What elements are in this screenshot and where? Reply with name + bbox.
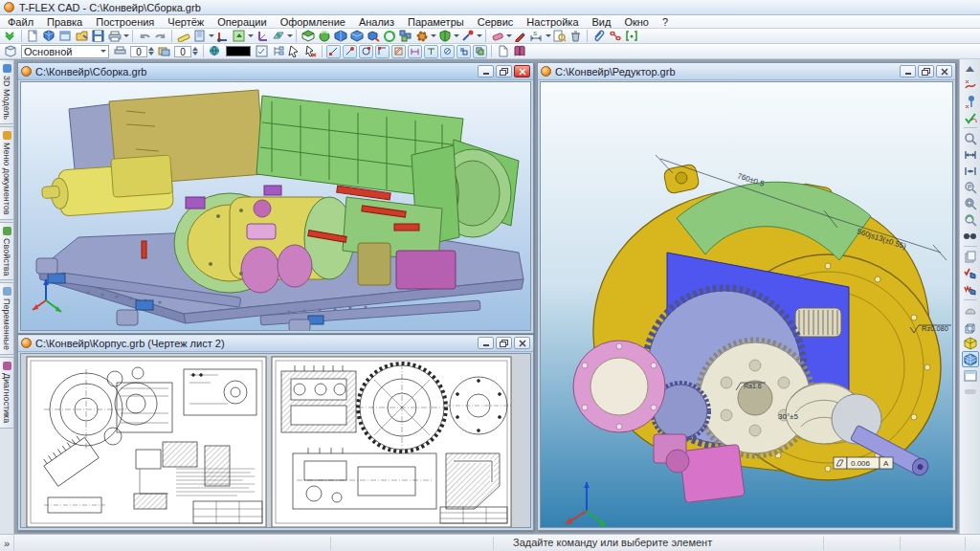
window-reducer[interactable]: C:\Конвейр\Редуктор.grb: [537, 62, 956, 531]
current-color-swatch[interactable]: [226, 46, 251, 56]
menu-window[interactable]: Окно: [624, 16, 649, 28]
app-titlebar[interactable]: T-FLEX CAD - C:\Конвейр\Сборка.grb: [0, 0, 980, 15]
auto-dimension-icon[interactable]: S: [528, 29, 545, 43]
drawing-viewport[interactable]: [20, 353, 531, 528]
menu-help[interactable]: ?: [662, 16, 668, 28]
operation-gear-icon[interactable]: [413, 29, 430, 43]
select-arrow-icon[interactable]: [286, 44, 302, 58]
menu-analysis[interactable]: Анализ: [359, 16, 394, 28]
attachment-icon[interactable]: [590, 29, 607, 43]
document-preview-icon[interactable]: [551, 29, 568, 43]
coordinate-system-icon[interactable]: [214, 29, 231, 43]
reducer-viewport[interactable]: 760±0.5 560js13(±0.55) Rz0.080 Ra1.6 30°…: [540, 81, 953, 528]
zoom-page-icon[interactable]: P: [962, 179, 979, 195]
shaded-view-icon[interactable]: [962, 335, 979, 351]
filter-node-button[interactable]: [326, 45, 341, 58]
menu-file[interactable]: Файл: [8, 16, 33, 28]
layer-number-value[interactable]: 0: [174, 46, 191, 57]
menu-settings[interactable]: Настройка: [526, 16, 578, 28]
close-button[interactable]: [936, 65, 952, 77]
regenerate-window-icon[interactable]: [962, 281, 979, 298]
filter-contour-button[interactable]: [375, 45, 390, 58]
filter-copy-button[interactable]: [473, 45, 487, 58]
workplane-icon[interactable]: [270, 29, 286, 43]
operation-boolean-add-icon[interactable]: [332, 29, 348, 43]
filter-dimension-button[interactable]: [408, 45, 422, 58]
new-document-icon[interactable]: [25, 29, 41, 43]
local-axes-icon[interactable]: [254, 29, 270, 43]
scroll-up-icon[interactable]: [962, 60, 979, 77]
menu-decoration[interactable]: Оформление: [280, 16, 345, 28]
minimize-button[interactable]: [478, 65, 494, 77]
tab-diagnostics[interactable]: Диагностика: [0, 357, 14, 428]
frame-3d-icon[interactable]: [623, 29, 639, 43]
document-book-icon[interactable]: [511, 44, 527, 58]
checkbox-grid-icon[interactable]: [254, 44, 270, 58]
operation-tool-icon[interactable]: [459, 29, 476, 43]
open-window-icon[interactable]: [57, 29, 74, 43]
regenerate-model-icon[interactable]: [962, 265, 979, 281]
filter-hatch-button[interactable]: [391, 45, 406, 58]
window-drawing[interactable]: C:\Конвейр\Корпус.grb (Чертеж лист 2): [17, 334, 534, 531]
print-count-value[interactable]: 0: [130, 46, 147, 57]
wireframe-view-icon[interactable]: [962, 319, 979, 335]
window-reducer-titlebar[interactable]: C:\Конвейр\Редуктор.grb: [538, 63, 955, 80]
undo-icon[interactable]: [136, 29, 152, 43]
open-folder-icon[interactable]: [74, 29, 90, 43]
zoom-dynamic-icon[interactable]: [962, 211, 979, 228]
view-glasses-icon[interactable]: [962, 228, 979, 244]
operation-rotation-icon[interactable]: [316, 29, 332, 43]
menu-view[interactable]: Вид: [592, 16, 612, 28]
collapse-toolbar-icon[interactable]: [2, 29, 18, 43]
filter-fragment-button[interactable]: [457, 45, 471, 58]
layer-number-spinner[interactable]: 0: [174, 44, 198, 58]
operation-move-icon[interactable]: [365, 29, 381, 43]
menu-draw[interactable]: Чертёж: [167, 16, 204, 28]
eraser-icon[interactable]: [489, 29, 505, 43]
tab-3d-model[interactable]: 3D Модель: [0, 59, 14, 124]
window-select-icon[interactable]: [962, 367, 979, 384]
operation-copy-icon[interactable]: [381, 29, 397, 43]
filter-symbol-button[interactable]: [440, 45, 455, 58]
window-drawing-titlebar[interactable]: C:\Конвейр\Корпус.grb (Чертеж лист 2): [18, 335, 533, 352]
fit-width-icon[interactable]: [962, 146, 979, 163]
minimize-button[interactable]: [478, 337, 494, 349]
page-3d-icon[interactable]: [231, 29, 247, 43]
filter-circle-button[interactable]: [359, 45, 373, 58]
window-assembly-titlebar[interactable]: C:\Конвейр\Сборка.grb: [18, 63, 533, 80]
zoom-icon[interactable]: [962, 130, 979, 146]
measure-icon[interactable]: [175, 29, 191, 43]
external-links-icon[interactable]: [607, 29, 623, 43]
close-button[interactable]: [514, 337, 530, 349]
menu-constructions[interactable]: Построения: [96, 16, 154, 28]
edit-red-pencil-icon[interactable]: [512, 29, 528, 43]
layer-combobox[interactable]: Основной: [21, 45, 109, 58]
operation-array-icon[interactable]: [397, 29, 413, 43]
print-icon[interactable]: [106, 29, 122, 43]
operation-extrusion-icon[interactable]: [300, 29, 316, 43]
notebook-icon[interactable]: [191, 29, 208, 43]
statusbar-overflow-chevron[interactable]: »: [0, 535, 14, 551]
auto-dimension-icon[interactable]: [962, 77, 979, 93]
restore-button[interactable]: [918, 65, 934, 77]
shading-off-icon[interactable]: [962, 302, 979, 319]
menu-edit[interactable]: Правка: [47, 16, 82, 28]
model-tree-icon[interactable]: [270, 44, 286, 58]
zoom-window-icon[interactable]: [962, 195, 979, 211]
tab-variables[interactable]: Переменные: [0, 282, 14, 355]
apply-check-icon[interactable]: [962, 109, 979, 125]
scrollbar-thumb[interactable]: [962, 384, 979, 400]
delete-trash-icon[interactable]: [568, 29, 584, 43]
restore-button[interactable]: [496, 65, 512, 77]
menu-parameters[interactable]: Параметры: [408, 16, 464, 28]
filter-line-button[interactable]: [343, 45, 357, 58]
restore-button[interactable]: [496, 337, 512, 349]
print-count-spinner[interactable]: 0: [130, 44, 154, 58]
cancel-select-arrow-icon[interactable]: [302, 44, 319, 58]
tab-properties[interactable]: Свойства: [0, 222, 14, 281]
operation-boolean-subtract-icon[interactable]: [348, 29, 365, 43]
shaded-with-edges-icon[interactable]: [962, 351, 979, 367]
pages-icon[interactable]: [962, 249, 979, 265]
close-button[interactable]: [514, 65, 530, 77]
tab-document-menu[interactable]: Меню документов: [0, 126, 14, 220]
